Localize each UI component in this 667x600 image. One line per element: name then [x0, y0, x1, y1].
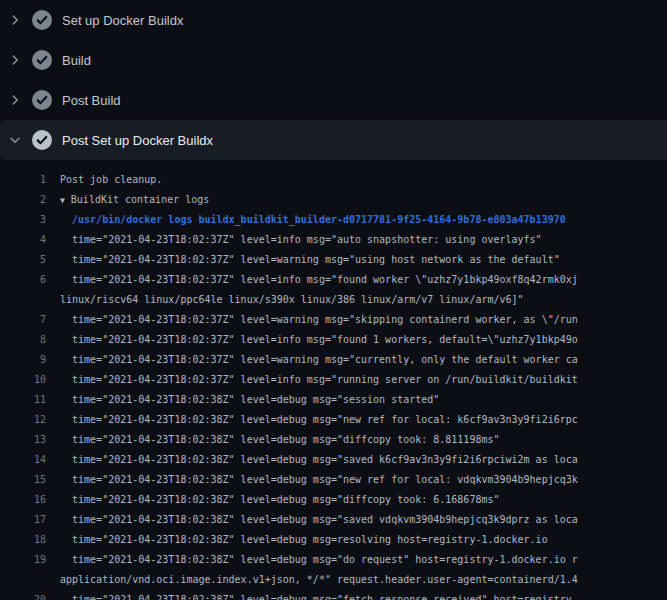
log-line-number[interactable]: 5: [0, 250, 46, 270]
log-line-text: time="2021-04-23T18:02:38Z" level=debug …: [60, 510, 578, 530]
log-line-number[interactable]: 12: [0, 410, 46, 430]
log-line: 16 time="2021-04-23T18:02:38Z" level=deb…: [0, 490, 667, 510]
log-line-number[interactable]: 1: [0, 170, 46, 190]
log-line-text: time="2021-04-23T18:02:37Z" level=warnin…: [60, 350, 578, 370]
check-circle-icon: [32, 10, 52, 30]
log-line-number[interactable]: 14: [0, 450, 46, 470]
log-line-text: time="2021-04-23T18:02:38Z" level=debug …: [60, 450, 578, 470]
log-line: 20 time="2021-04-23T18:02:38Z" level=deb…: [0, 590, 667, 600]
log-line-number[interactable]: 3: [0, 210, 46, 230]
log-line-wrap: linux/riscv64 linux/ppc64le linux/s390x …: [0, 290, 667, 310]
check-circle-icon: [32, 50, 52, 70]
log-line-number[interactable]: 20: [0, 590, 46, 600]
log-line-number: [0, 570, 46, 590]
log-line: 18 time="2021-04-23T18:02:38Z" level=deb…: [0, 530, 667, 550]
log-line-text: time="2021-04-23T18:02:37Z" level=info m…: [60, 230, 542, 250]
log-line-number: [0, 290, 46, 310]
log-line-text: time="2021-04-23T18:02:38Z" level=debug …: [60, 470, 578, 490]
log-line: 10 time="2021-04-23T18:02:37Z" level=inf…: [0, 370, 667, 390]
log-line-number[interactable]: 2: [0, 190, 46, 210]
log-line-text: linux/riscv64 linux/ppc64le linux/s390x …: [60, 290, 524, 310]
log-line: 5 time="2021-04-23T18:02:37Z" level=warn…: [0, 250, 667, 270]
triangle-down-icon: ▼: [60, 196, 65, 205]
log-line: 15 time="2021-04-23T18:02:38Z" level=deb…: [0, 470, 667, 490]
log-line-text: time="2021-04-23T18:02:38Z" level=debug …: [60, 550, 578, 570]
step-section-label: Build: [62, 53, 91, 68]
log-line-text: time="2021-04-23T18:02:38Z" level=debug …: [60, 590, 578, 600]
step-section-label: Set up Docker Buildx: [62, 13, 183, 28]
log-line-number[interactable]: 10: [0, 370, 46, 390]
log-line-text: time="2021-04-23T18:02:38Z" level=debug …: [60, 410, 578, 430]
log-line-number[interactable]: 19: [0, 550, 46, 570]
step-section-set-up-docker-buildx[interactable]: Set up Docker Buildx: [0, 0, 667, 40]
log-line-text: time="2021-04-23T18:02:38Z" level=debug …: [60, 430, 500, 450]
log-line-text: time="2021-04-23T18:02:38Z" level=debug …: [60, 530, 548, 550]
log-line-number[interactable]: 18: [0, 530, 46, 550]
log-line: 9 time="2021-04-23T18:02:37Z" level=warn…: [0, 350, 667, 370]
log-line: 6 time="2021-04-23T18:02:37Z" level=info…: [0, 270, 667, 290]
chevron-down-icon: [8, 133, 22, 147]
log-line: 8 time="2021-04-23T18:02:37Z" level=info…: [0, 330, 667, 350]
check-circle-icon: [32, 130, 52, 150]
log-line-text: time="2021-04-23T18:02:37Z" level=info m…: [60, 270, 578, 290]
log-line-number[interactable]: 8: [0, 330, 46, 350]
step-section-post-build[interactable]: Post Build: [0, 80, 667, 120]
log-line-text: time="2021-04-23T18:02:37Z" level=info m…: [60, 370, 578, 390]
step-section-label: Post Set up Docker Buildx: [62, 133, 213, 148]
log-line-number[interactable]: 11: [0, 390, 46, 410]
log-line-text: Post job cleanup.: [60, 170, 162, 190]
log-group-label: BuildKit container logs: [71, 194, 209, 205]
log-line-text: time="2021-04-23T18:02:38Z" level=debug …: [60, 490, 500, 510]
log-line-wrap: application/vnd.oci.image.index.v1+json,…: [0, 570, 667, 590]
log-line-number[interactable]: 16: [0, 490, 46, 510]
log-line: 17 time="2021-04-23T18:02:38Z" level=deb…: [0, 510, 667, 530]
step-list: Set up Docker Buildx Build Post Build Po…: [0, 0, 667, 160]
log-line-number[interactable]: 13: [0, 430, 46, 450]
step-section-label: Post Build: [62, 93, 121, 108]
log-command-text: /usr/bin/docker logs buildx_buildkit_bui…: [60, 210, 566, 230]
chevron-right-icon: [8, 13, 22, 27]
chevron-right-icon: [8, 53, 22, 67]
step-section-post-set-up-docker-buildx[interactable]: Post Set up Docker Buildx: [0, 120, 667, 160]
log-viewer: 1 Post job cleanup. 2 ▼BuildKit containe…: [0, 160, 667, 600]
log-line: 1 Post job cleanup.: [0, 170, 667, 190]
log-line-number[interactable]: 4: [0, 230, 46, 250]
log-line-text: time="2021-04-23T18:02:37Z" level=warnin…: [60, 250, 560, 270]
log-line-number[interactable]: 17: [0, 510, 46, 530]
chevron-right-icon: [8, 93, 22, 107]
log-line: 12 time="2021-04-23T18:02:38Z" level=deb…: [0, 410, 667, 430]
log-line: 3 /usr/bin/docker logs buildx_buildkit_b…: [0, 210, 667, 230]
log-line-number[interactable]: 15: [0, 470, 46, 490]
log-line: 4 time="2021-04-23T18:02:37Z" level=info…: [0, 230, 667, 250]
log-line-text: time="2021-04-23T18:02:37Z" level=warnin…: [60, 310, 578, 330]
log-line: 11 time="2021-04-23T18:02:38Z" level=deb…: [0, 390, 667, 410]
step-section-build[interactable]: Build: [0, 40, 667, 80]
log-line-text: application/vnd.oci.image.index.v1+json,…: [60, 570, 578, 590]
log-line: 2 ▼BuildKit container logs: [0, 190, 667, 210]
log-line: 19 time="2021-04-23T18:02:38Z" level=deb…: [0, 550, 667, 570]
log-line-number[interactable]: 7: [0, 310, 46, 330]
log-line-text: time="2021-04-23T18:02:37Z" level=info m…: [60, 330, 578, 350]
check-circle-icon: [32, 90, 52, 110]
log-line-text: time="2021-04-23T18:02:38Z" level=debug …: [60, 390, 439, 410]
log-line-number[interactable]: 6: [0, 270, 46, 290]
log-group-toggle[interactable]: ▼BuildKit container logs: [60, 190, 209, 210]
log-line: 7 time="2021-04-23T18:02:37Z" level=warn…: [0, 310, 667, 330]
log-line-number[interactable]: 9: [0, 350, 46, 370]
log-line: 13 time="2021-04-23T18:02:38Z" level=deb…: [0, 430, 667, 450]
log-line: 14 time="2021-04-23T18:02:38Z" level=deb…: [0, 450, 667, 470]
